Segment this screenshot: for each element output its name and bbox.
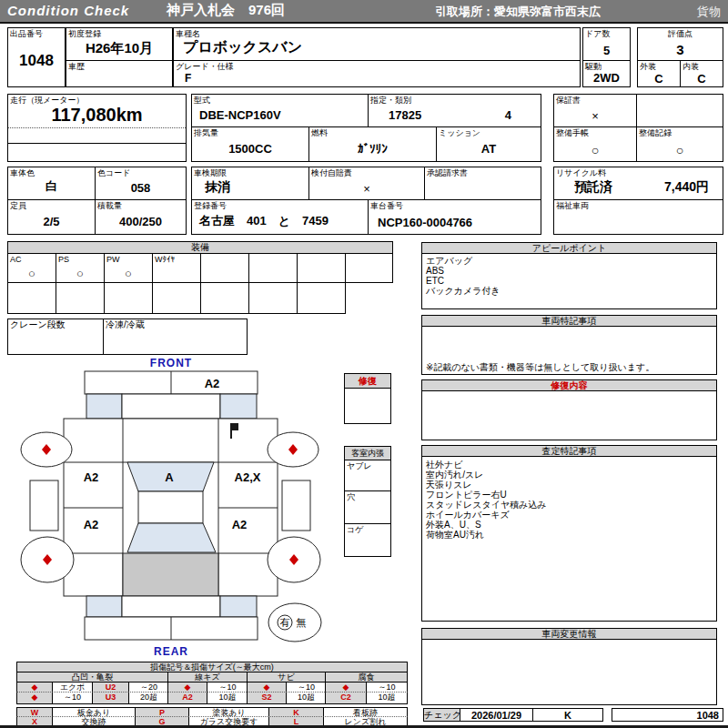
legend-code-c2: C2 [325,693,367,704]
legend-cell: ～10 [366,682,408,693]
chassis-number-cell: 車台番号 NCP160-0004766 [368,199,541,235]
drive-type-cell: 駆動 2WD [582,60,631,87]
legend-cell: ～10 [286,682,327,693]
designation-class-cell: 指定・類別 17825 4 [368,94,541,127]
legend-cell: ～10 [207,682,248,693]
appeal-line: ETC [422,276,716,286]
first-registration-value: H26年10月 [66,40,172,57]
legend-diamond-icon: ◆ [325,682,367,693]
recycle-fee-amount: 7,440円 [554,179,709,196]
displacement-value: 1500CC [192,142,308,156]
vehicle-history-cell: 車歴 [66,60,173,87]
interior-grade-label: 内装 [682,62,699,71]
mileage-label: 走行（現メーター） [10,96,84,105]
legend-desc: 塗装あり [188,707,269,717]
equipment-cell-ac: AC ○ [7,253,56,283]
body-color-value: 白 [8,178,95,195]
class-number: 4 [369,108,511,122]
left-rear-damage: A2 [84,518,99,531]
fuel-value: ｶﾞｿﾘﾝ [309,142,436,156]
equipment-row2-cell-1 [56,282,105,314]
liability-insurance-value: × [309,182,424,196]
color-code-cell: 色コード 058 [95,167,187,200]
vehicle-notes-note: ※記載のない書類・機器等は無しとして取り扱います。 [422,362,654,372]
lot-number-label: 出品番号 [10,29,43,38]
color-code-value: 058 [96,181,186,195]
equipment-cell-5 [248,253,298,283]
marker-flag-icon [230,423,238,430]
capacity-cell: 定員 2/5 [7,199,96,235]
appeal-line: ABS [422,266,716,276]
exterior-grade-label: 外装 [640,62,656,71]
legend-cell: 20超 [128,693,169,704]
equipment-label-wtire: Wﾀｲﾔ [155,255,175,264]
inspection-expiry-cell: 車検期限 抹消 [191,167,309,200]
maintenance-book-label: 整備手帳 [556,128,589,137]
model-code-cell: 型式 DBE-NCP160V [191,94,369,127]
lot-number-cell: 出品番号 1048 [7,27,66,87]
legend-diamond-icon: ◆ [16,682,53,693]
equipment-cell-7 [345,253,393,283]
equipment-label-ps: PS [58,255,69,264]
cargo-area-shape [123,553,218,596]
appeal-body: エアバッグ ABS ETC バックカメラ付き [421,253,717,309]
equipment-row2-cell-2 [104,282,153,314]
legend-code-s2: S2 [247,693,287,704]
liability-insurance-label: 検付自賠責 [311,168,352,177]
appeal-line: バックカメラ付き [422,286,716,296]
assessment-body: 社外ナビ 室内汚れ/スレ 天張りスレ フロントピラー右U スタッドレスタイヤ積み… [421,456,717,622]
first-registration-label: 初度登録 [68,29,101,38]
spare-no-text: 無 [297,617,307,628]
grade-value: F [185,72,580,85]
door-count-label: ドア数 [585,29,610,38]
drive-type-label: 駆動 [585,62,602,71]
cabin-row-tear: ヤブレ [344,460,391,491]
model-name-cell: 車種名 プロボックスバン [173,27,581,61]
score-value: 3 [638,42,723,57]
condition-check-sheet: { "header": { "brand": "Condition Check"… [0,0,728,728]
registration-number-cell: 登録番号 名古屋 401 と 7459 [191,199,369,235]
model-name-label: 車種名 [176,29,200,38]
legend-cell: ～20 [128,682,169,693]
appeal-line: エアバッグ [422,256,716,266]
approval-request-cell: 承認請求書 [424,167,541,200]
title-bar: Condition Check 神戸入札会 976回 引取場所：愛知県弥富市西末… [0,0,728,24]
rear-quarter-right-shape [220,596,257,617]
front-bumper-damage: A2 [205,377,220,390]
load-capacity-label: 積載量 [97,201,122,210]
check-lot-number: 1048 [612,708,723,722]
change-info-body [421,639,717,705]
mileage-divider-solid [8,143,186,144]
warranty-cell: 保証書 × [553,94,637,127]
fuel-cell: 燃料 ｶﾞｿﾘﾝ [308,126,437,162]
cabin-hole-label: 穴 [347,492,355,501]
maintenance-record-value: ○ [637,143,723,157]
warranty-extra-cell [636,94,723,127]
equipment-cell-4 [200,253,249,283]
first-registration-cell: 初度登録 H26年10月 [66,27,173,61]
fridge-cell: 冷凍/冷蔵 [103,318,248,355]
equipment-value-ps: ○ [56,267,104,280]
equipment-value-ac: ○ [8,267,56,280]
left-sill-shape [30,480,58,531]
load-capacity-value: 400/250 [96,215,186,228]
auction-title: 神戸入札会 976回 [167,2,285,19]
legend-code-u2: U2 [92,682,129,693]
rear-quarter-left-shape [86,596,122,617]
model-code-label: 型式 [194,96,210,105]
capacity-value: 2/5 [8,215,95,228]
maintenance-record-label: 整備記録 [639,128,672,137]
drive-type-value: 2WD [583,71,630,85]
assessment-line: 室内汚れ/スレ [422,470,716,480]
equipment-cell-pw: PW ○ [104,253,153,283]
legend-cell: ～10 [52,693,93,704]
mileage-value: 117,080km [8,105,186,126]
legend-diamond-icon: ◆ [247,682,287,693]
legend-desc: 看板跡 [323,707,408,717]
door-count-cell: ドア数 5 [582,27,631,61]
legend-cell: 10超 [286,693,327,704]
load-capacity-cell: 積載量 400/250 [95,199,187,235]
exterior-grade-value: C [638,72,680,86]
fridge-label: 冷凍/冷蔵 [106,320,145,329]
cabin-row-hole: 穴 [344,490,391,524]
